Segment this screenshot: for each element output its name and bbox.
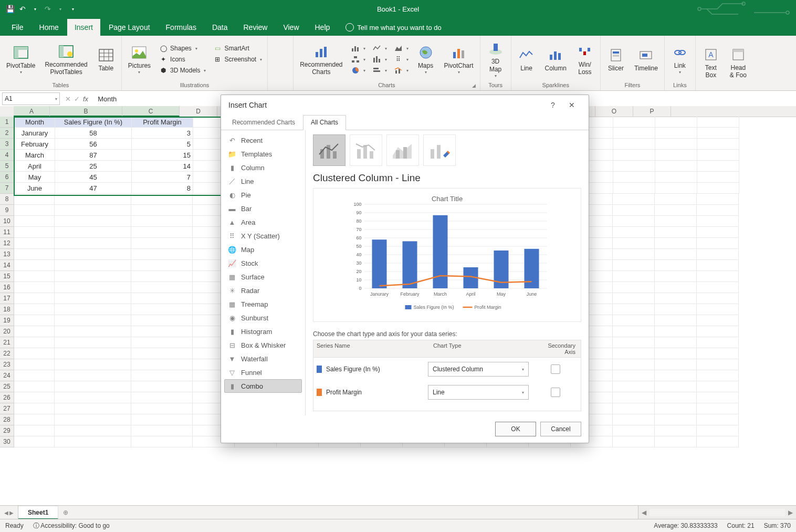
column-header[interactable]: D [180,106,217,107]
group-charts: Recommended Charts ▾ ▾ ▾ ▾ ▾ ▾ ▾ ⠿▾ ▾ Ma… [294,36,480,90]
group-links-label: Links [667,82,693,89]
svg-rect-34 [453,52,456,58]
scatter-chart-button[interactable]: ⠿▾ [391,54,412,65]
column-header[interactable]: A [14,106,50,107]
table-button[interactable]: Table [93,46,119,73]
svg-rect-22 [354,56,357,58]
window-title: Book1 - Excel [0,5,796,13]
undo-icon[interactable]: ↶ [18,4,27,14]
svg-rect-40 [554,51,557,60]
tab-page-layout[interactable]: Page Layout [101,19,158,36]
cancel-icon[interactable]: ✕ [65,95,71,103]
group-tours: 3D Map▾ Tours [480,36,511,90]
tab-home[interactable]: Home [32,19,66,36]
3d-map-button[interactable]: 3D Map▾ [483,39,509,79]
column-chart-button[interactable]: ▾ [348,43,369,54]
svg-rect-9 [99,49,113,61]
group-addins [268,36,294,90]
tab-formulas[interactable]: Formulas [159,19,204,36]
group-tables: PivotTable▾ Recommended PivotTables Tabl… [0,36,122,90]
dialog-title: Insert Chart [228,101,267,107]
statistic-chart-button[interactable]: ▾ [370,54,390,65]
insert-chart-dialog: Insert Chart ? ✕ Recommended Charts All … [221,95,589,107]
svg-rect-47 [613,55,619,57]
tab-help[interactable]: Help [308,19,338,36]
close-button[interactable]: ✕ [562,96,581,107]
tab-data[interactable]: Data [205,19,235,36]
pivotchart-button[interactable]: PivotChart▾ [440,43,478,76]
shapes-button[interactable]: ◯Shapes▾ [156,43,209,54]
pivottable-button[interactable]: PivotTable▾ [2,43,39,76]
column-header[interactable]: P [633,106,671,107]
sparkline-line-button[interactable]: Line [514,46,540,73]
tab-file[interactable]: File [4,19,31,36]
recommended-charts-button[interactable]: Recommended Charts [296,42,347,77]
svg-rect-19 [352,48,353,51]
svg-point-0 [698,7,701,11]
qat-customize-icon[interactable]: ▾ [68,4,78,14]
svg-rect-5 [14,47,28,50]
svg-rect-41 [558,53,561,60]
ribbon: PivotTable▾ Recommended PivotTables Tabl… [0,36,796,91]
help-button[interactable]: ? [543,96,562,107]
3d-models-button[interactable]: ⬢3D Models▾ [156,65,209,76]
maps-button[interactable]: Maps▾ [413,43,439,76]
line-chart-button[interactable]: ▾ [370,43,390,54]
tab-view[interactable]: View [276,19,306,36]
chevron-down-icon[interactable]: ▾ [55,97,57,101]
tab-review[interactable]: Review [236,19,275,36]
title-bar: 💾 ↶ ▾ ↷ ▾ ▾ Book1 - Excel [0,0,796,18]
svg-rect-35 [457,49,460,58]
column-header[interactable]: C [122,106,180,107]
recommended-pivottables-button[interactable]: Recommended PivotTables [40,42,91,77]
name-box[interactable]: A1▾ [2,92,60,105]
group-filters: Slicer Timeline Filters [601,36,665,90]
group-tables-label: Tables [2,82,119,89]
group-charts-label: Charts [378,82,395,88]
charts-dialog-launcher[interactable]: ◢ [472,83,477,88]
area-chart-button[interactable]: ▾ [391,43,412,54]
screenshot-button[interactable]: ⊞Screenshot▾ [210,54,265,65]
svg-rect-28 [379,59,380,62]
bar-chart-button[interactable]: ▾ [370,65,390,76]
fx-icon[interactable]: fx [83,95,88,103]
svg-point-8 [67,51,72,57]
svg-rect-39 [550,55,552,60]
svg-rect-49 [642,54,647,57]
combo-chart-button[interactable]: ▾ [391,65,412,76]
smartart-button[interactable]: ▭SmartArt [210,43,265,54]
svg-rect-38 [494,44,498,51]
column-header[interactable]: O [595,106,633,107]
group-illustrations: Pictures▾ ◯Shapes▾ ✦Icons ⬢3D Models▾ ▭S… [122,36,268,90]
timeline-button[interactable]: Timeline [630,46,662,73]
svg-rect-21 [357,47,359,51]
pie-chart-button[interactable]: ▾ [348,65,369,76]
header-footer-button[interactable]: Head & Foo [725,45,751,80]
pictures-button[interactable]: Pictures▾ [124,43,155,76]
undo-dropdown-icon[interactable]: ▾ [30,4,40,14]
sparkline-column-button[interactable]: Column [541,46,571,73]
svg-rect-24 [357,60,359,62]
redo-icon[interactable]: ↷ [43,4,53,14]
tell-me-search[interactable]: Tell me what you want to do [338,19,448,36]
redo-dropdown-icon[interactable]: ▾ [56,4,65,14]
group-filters-label: Filters [603,82,662,89]
svg-text:A: A [708,50,714,59]
svg-rect-46 [613,51,619,54]
column-header[interactable]: B [50,106,122,107]
slicer-button[interactable]: Slicer [603,46,629,73]
textbox-button[interactable]: AText Box [698,45,724,80]
svg-rect-42 [579,48,582,51]
save-icon[interactable]: 💾 [5,4,15,14]
svg-rect-43 [583,51,586,55]
svg-rect-16 [316,52,318,57]
hierarchy-chart-button[interactable]: ▾ [348,54,369,65]
link-button[interactable]: Link▾ [667,43,693,76]
svg-point-51 [679,50,685,55]
icons-button[interactable]: ✦Icons [156,54,209,65]
tab-insert[interactable]: Insert [67,19,100,36]
enter-icon[interactable]: ✓ [74,95,80,103]
sparkline-winloss-button[interactable]: Win/ Loss [572,42,598,77]
group-sparklines: Line Column Win/ Loss Sparklines [511,36,601,90]
select-all-corner[interactable] [0,106,14,107]
